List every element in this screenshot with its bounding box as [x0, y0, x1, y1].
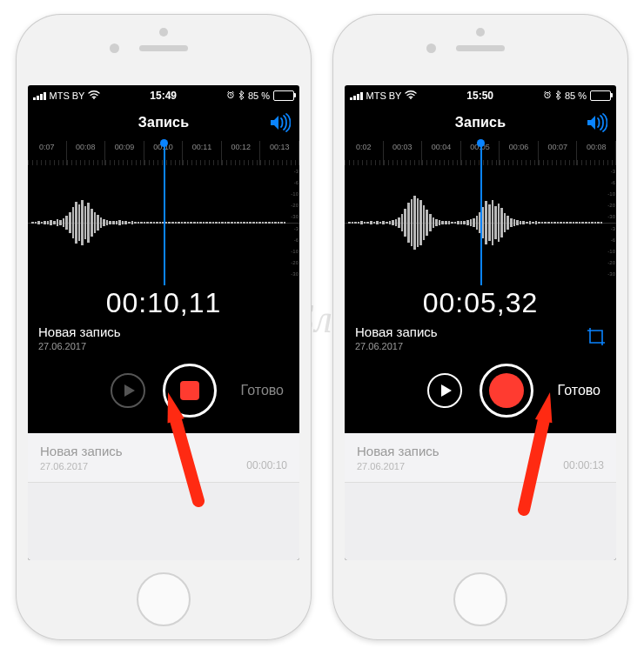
ruler-tick: 00:09	[105, 141, 144, 165]
alarm-icon	[226, 90, 235, 101]
ruler-tick: 00:12	[222, 141, 261, 165]
nav-bar: Запись	[345, 104, 616, 141]
screen: MTS BY 15:49 85 % Запись 0:0700:0800:090…	[28, 85, 299, 560]
elapsed-timer: 00:10,11	[28, 280, 299, 324]
bluetooth-icon	[238, 90, 245, 102]
db-scale: -3-6-10-20-30-3-6-10-20-30	[285, 165, 299, 280]
svg-point-0	[93, 97, 95, 99]
front-camera	[426, 43, 436, 53]
record-indicator-icon	[489, 373, 524, 408]
waveform	[28, 184, 289, 261]
recording-meta: Новая запись 27.06.2017	[345, 324, 616, 357]
waveform-area[interactable]: -3-6-10-20-30-3-6-10-20-30	[28, 165, 299, 280]
earpiece-speaker	[139, 45, 188, 51]
list-item-duration: 00:00:10	[246, 444, 287, 471]
recording-title: Новая запись	[355, 324, 438, 339]
ruler-tick: 00:11	[183, 141, 222, 165]
home-button[interactable]	[453, 572, 507, 626]
done-button[interactable]: Готово	[558, 383, 600, 398]
nav-title: Запись	[138, 115, 189, 130]
record-button[interactable]	[480, 364, 533, 418]
wifi-icon	[88, 90, 100, 101]
play-button[interactable]	[427, 373, 462, 408]
carrier-label: MTS BY	[50, 90, 85, 101]
statusbar-time: 15:50	[466, 90, 493, 102]
screen: MTS BY 15:50 85 % Запись 0:0200:0300:040…	[345, 85, 616, 560]
battery-icon	[590, 90, 611, 101]
battery-pct: 85 %	[565, 90, 587, 101]
elapsed-timer: 00:05,32	[345, 280, 616, 324]
home-button[interactable]	[137, 572, 191, 626]
playhead[interactable]	[480, 141, 482, 285]
playhead[interactable]	[164, 141, 165, 285]
nav-title: Запись	[455, 115, 506, 130]
proximity-sensor	[476, 28, 485, 37]
wifi-icon	[405, 90, 417, 101]
signal-icon	[33, 92, 46, 100]
carrier-label: MTS BY	[366, 90, 402, 101]
status-bar: MTS BY 15:49 85 %	[28, 85, 299, 104]
waveform	[345, 184, 606, 261]
recordings-list: Новая запись 27.06.2017 00:00:10	[28, 433, 299, 560]
record-indicator-icon	[180, 381, 199, 400]
crop-icon[interactable]	[587, 327, 606, 350]
record-button[interactable]	[163, 364, 217, 418]
ruler-tick: 00:03	[384, 141, 423, 165]
svg-point-4	[410, 97, 412, 99]
proximity-sensor	[159, 28, 168, 37]
list-item-title: Новая запись	[40, 444, 123, 458]
ruler-tick: 00:06	[500, 141, 539, 165]
status-bar: MTS BY 15:50 85 %	[345, 85, 616, 104]
recording-date: 27.06.2017	[38, 341, 121, 351]
list-item-date: 27.06.2017	[40, 461, 123, 471]
list-item-duration: 00:00:13	[563, 444, 604, 471]
statusbar-time: 15:49	[150, 90, 177, 102]
ruler-tick: 0:07	[28, 141, 67, 165]
ruler-tick: 00:04	[422, 141, 461, 165]
db-scale: -3-6-10-20-30-3-6-10-20-30	[602, 165, 616, 280]
speaker-output-icon[interactable]	[585, 113, 607, 136]
speaker-output-icon[interactable]	[268, 113, 291, 136]
list-item-title: Новая запись	[357, 444, 439, 458]
play-button	[111, 373, 145, 408]
controls-row: Готово	[28, 357, 299, 433]
list-item[interactable]: Новая запись 27.06.2017 00:00:10	[28, 433, 299, 483]
list-item[interactable]: Новая запись 27.06.2017 00:00:13	[345, 433, 616, 483]
nav-bar: Запись	[28, 104, 299, 141]
ruler-tick: 00:07	[539, 141, 578, 165]
phone-frame: MTS BY 15:49 85 % Запись 0:0700:0800:090…	[16, 14, 312, 640]
battery-pct: 85 %	[248, 90, 270, 101]
waveform-area[interactable]: -3-6-10-20-30-3-6-10-20-30	[345, 165, 616, 280]
signal-icon	[350, 92, 363, 100]
alarm-icon	[543, 90, 552, 101]
ruler-tick: 00:08	[577, 141, 616, 165]
battery-icon	[273, 90, 294, 101]
controls-row: Готово	[345, 357, 616, 433]
bluetooth-icon	[555, 90, 561, 102]
ruler-tick: 0:02	[345, 141, 384, 165]
recording-title: Новая запись	[38, 324, 121, 339]
earpiece-speaker	[456, 45, 505, 51]
recording-meta: Новая запись 27.06.2017	[28, 324, 299, 357]
recordings-list: Новая запись 27.06.2017 00:00:13	[345, 433, 616, 560]
list-item-date: 27.06.2017	[357, 461, 439, 471]
ruler-tick: 00:08	[67, 141, 106, 165]
front-camera	[110, 43, 119, 53]
phone-frame: MTS BY 15:50 85 % Запись 0:0200:0300:040…	[332, 14, 628, 640]
recording-date: 27.06.2017	[355, 341, 438, 351]
ruler-tick: 00:13	[260, 141, 299, 165]
done-button: Готово	[241, 383, 284, 398]
